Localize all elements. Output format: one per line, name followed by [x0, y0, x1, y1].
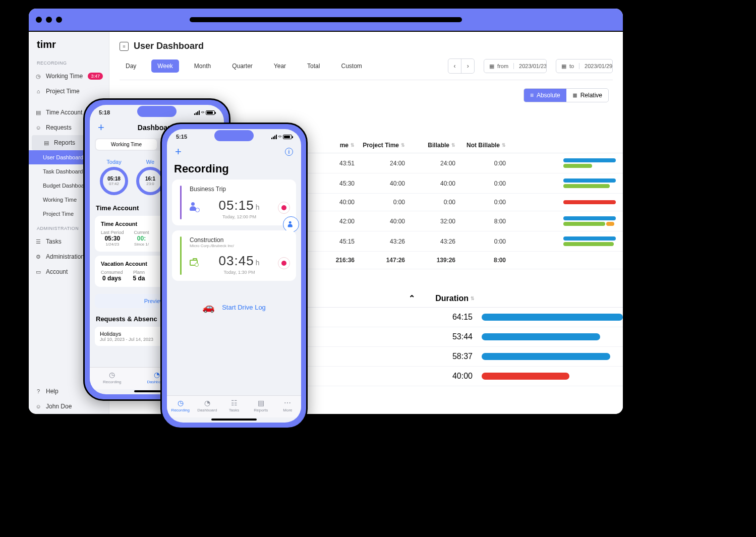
info-button[interactable]: i — [285, 148, 293, 156]
start-drive-log[interactable]: 🚗 Start Drive Log — [167, 286, 301, 318]
ring-today: 05:1807:42 — [100, 167, 128, 195]
sort-icon[interactable]: ⇅ — [401, 143, 405, 148]
range-total[interactable]: Total — [301, 59, 326, 73]
sidebar-item-label: Project Time — [46, 88, 80, 95]
range-toolbar: Day Week Month Quarter Year Total Custom… — [120, 58, 613, 80]
tab-recording[interactable]: ◷Recording — [167, 396, 194, 417]
battery-icon — [206, 110, 215, 115]
battery-icon — [283, 135, 292, 139]
add-button[interactable]: + — [175, 145, 182, 158]
gear-icon: ⚙ — [35, 253, 42, 260]
car-icon: 🚗 — [202, 301, 215, 313]
range-week[interactable]: Week — [151, 59, 179, 73]
prev-arrow[interactable]: ‹ — [448, 59, 461, 73]
reports-icon: ▤ — [43, 139, 50, 146]
document-icon: ▤ — [35, 109, 42, 116]
sidebar-item-label: Time Account — [46, 109, 82, 116]
stopwatch-icon: ◷ — [90, 371, 135, 379]
range-day[interactable]: Day — [120, 59, 142, 73]
range-quarter[interactable]: Quarter — [226, 59, 259, 73]
mode-toggle: ≡Absolute ≣Relative — [524, 88, 609, 102]
help-icon: ? — [35, 388, 42, 395]
stopwatch-icon: ◷ — [167, 399, 194, 407]
sort-icon[interactable]: ⇅ — [471, 296, 475, 301]
sidebar-item-label: Working Time — [46, 73, 83, 80]
status-bar: 5:15 ⌔ — [167, 129, 301, 144]
recording-card-construction[interactable]: Construction Micro Corp./Brubeck Inc/ 03… — [172, 230, 296, 281]
window-controls[interactable] — [36, 17, 62, 23]
doc-icon: ▤ — [248, 399, 274, 407]
status-bar: 5:18 ⌔ — [90, 105, 224, 120]
ring-today-label: Today — [100, 159, 128, 165]
add-button[interactable]: + — [98, 121, 104, 134]
sidebar-item-project-time[interactable]: ⌂ Project Time — [29, 84, 109, 99]
card-icon: ▭ — [35, 268, 42, 275]
sidebar-section-recording: RECORDING — [29, 55, 109, 69]
sort-icon[interactable]: ⇅ — [351, 143, 355, 148]
date-from-block[interactable]: ▦from 2023/01/23 — [484, 59, 547, 73]
sidebar-item-working-time[interactable]: ◷ Working Time 3:47 — [29, 69, 109, 84]
calendar-icon: ▦ — [489, 63, 494, 70]
list-icon: ≣ — [572, 92, 577, 99]
working-time-badge: 3:47 — [88, 73, 103, 80]
clock-icon: ◷ — [35, 73, 42, 80]
phone-recording: 5:15 ⌔ + i Recording Business Trip 05:15… — [160, 123, 308, 429]
sidebar-item-label: Requests — [46, 124, 72, 131]
more-icon: ⋯ — [274, 399, 301, 407]
tab-tasks[interactable]: ☷Tasks — [220, 396, 247, 417]
signal-icon — [271, 135, 277, 139]
signal-icon — [194, 110, 200, 115]
sort-icon[interactable]: ⇅ — [502, 143, 506, 148]
mode-relative[interactable]: ≣Relative — [566, 89, 608, 102]
user-icon: ☺ — [35, 403, 42, 410]
browser-titlebar — [29, 9, 623, 32]
tab-working-time[interactable]: Working Time — [96, 139, 157, 150]
tab-dashboard[interactable]: ◔Dashboard — [194, 396, 220, 417]
logo: timr — [29, 32, 109, 55]
recording-card-business-trip[interactable]: Business Trip 05:15h Today, 12:00 PM — [172, 180, 296, 225]
page-title: User Dashboard — [134, 41, 204, 51]
mode-absolute[interactable]: ≡Absolute — [524, 89, 566, 102]
url-bar[interactable] — [190, 17, 462, 22]
stop-button[interactable] — [278, 257, 290, 269]
range-month[interactable]: Month — [188, 59, 217, 73]
tasks-icon: ☰ — [35, 238, 42, 245]
date-nav: ‹ › — [448, 58, 475, 74]
bars-icon: ≡ — [530, 92, 534, 99]
sort-icon[interactable]: ⇅ — [451, 143, 455, 148]
sidebar-item-label: Reports — [54, 139, 75, 146]
home-indicator — [211, 419, 257, 421]
range-custom[interactable]: Custom — [335, 59, 368, 73]
to-date: 2023/01/29 — [585, 63, 612, 69]
date-to-block[interactable]: ▦to 2023/01/29 — [556, 59, 613, 73]
person-clock-icon — [190, 202, 201, 213]
sidebar-item-user[interactable]: ☺John Doe — [29, 399, 109, 414]
pie-icon: ◔ — [194, 399, 220, 407]
screen-title: Recording — [167, 159, 301, 180]
notch — [137, 106, 177, 117]
calendar-icon: ▦ — [561, 63, 566, 70]
wifi-icon: ⌔ — [201, 110, 204, 115]
stop-button[interactable] — [278, 202, 290, 214]
briefcase-icon: ⌂ — [35, 88, 42, 95]
category-stripe — [180, 186, 182, 219]
tab-reports[interactable]: ▤Reports — [248, 396, 274, 417]
category-stripe — [180, 236, 182, 275]
tab-recording[interactable]: ◷Recording — [90, 368, 135, 389]
tree-icon: ☷ — [220, 399, 247, 407]
range-year[interactable]: Year — [268, 59, 292, 73]
page-title-icon: ≡ — [120, 42, 129, 51]
wifi-icon: ⌔ — [278, 134, 281, 140]
collapse-icon[interactable]: ⌃ — [391, 293, 421, 303]
next-arrow[interactable]: › — [461, 59, 474, 73]
briefcase-clock-icon — [190, 258, 201, 269]
tab-bar: ◷Recording ◔Dashboard ☷Tasks ▤Reports ⋯M… — [167, 395, 301, 417]
notch — [214, 130, 254, 141]
requests-icon: ☺ — [35, 124, 42, 131]
tab-more[interactable]: ⋯More — [274, 396, 301, 417]
from-date: 2023/01/23 — [519, 63, 547, 69]
